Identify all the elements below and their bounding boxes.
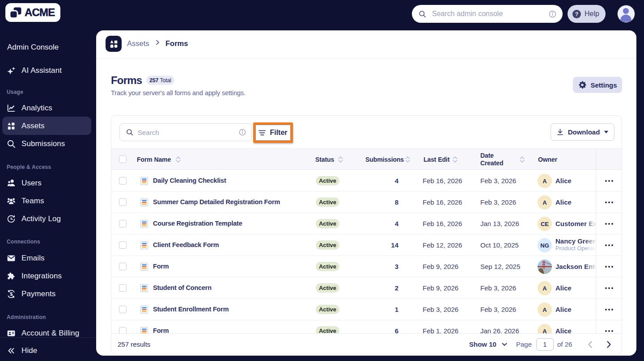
svg-text:$: $ [10,291,13,297]
